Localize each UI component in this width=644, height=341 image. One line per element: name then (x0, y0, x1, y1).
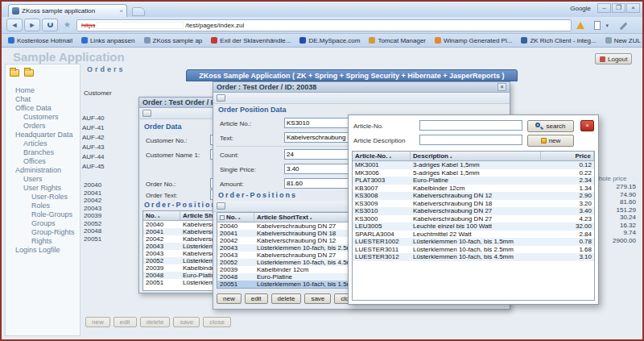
article-row[interactable]: KS3010 Kabelverschraubung DN 27 3.40 (353, 207, 594, 215)
position-row[interactable]: 20048 (84, 227, 116, 235)
new-tab-button[interactable] (132, 7, 145, 16)
article-row[interactable]: LEU3005 Leuchte einzel bis 100 Watt 32.0… (353, 222, 594, 231)
order-window-button[interactable]: new (217, 293, 242, 304)
search-button[interactable]: search (527, 120, 574, 132)
sidebar-item[interactable]: Rights (6, 237, 80, 246)
bookmark-item[interactable]: Kostenlose Hotmail (8, 37, 72, 44)
new-article-button[interactable]: new (527, 135, 574, 147)
article-row[interactable]: LUESTER3012 Lüsterklemmen 10-fach, bis 4… (353, 253, 594, 261)
close-window-button[interactable]: × (626, 3, 640, 13)
article-row[interactable]: PLAT3003 Euro-Platine 2.34 (353, 177, 594, 185)
position-row[interactable]: 20051 (84, 235, 116, 243)
bookmark-star-icon[interactable]: ★ (64, 21, 71, 29)
sidebar-item[interactable]: Customers (6, 113, 80, 122)
sidebar-item[interactable]: Administration (6, 166, 80, 175)
order-row[interactable]: AUF-43 (82, 143, 137, 152)
sidebar-item[interactable]: Role-Groups (6, 210, 80, 219)
article-row[interactable]: LUESTER3011 Lüsterklemmen 10-fach, bis 2… (353, 246, 594, 254)
wrench-icon[interactable] (620, 23, 628, 31)
sidebar-item[interactable]: Groups (6, 219, 80, 228)
bookmark-item[interactable]: ZKoss sample ap (144, 37, 203, 44)
sidebar-item[interactable]: Chat (6, 95, 80, 104)
article-row[interactable]: MK3001 3-adriges Kabel 1,5mm 0.12 (353, 161, 594, 169)
sidebar-item[interactable]: Articles (6, 139, 80, 148)
sidebar-item[interactable]: Group-Rights (6, 228, 80, 237)
order-window-button[interactable]: save (304, 293, 331, 304)
maximize-button[interactable]: ❐ (612, 3, 625, 13)
close-tab-icon[interactable]: × (119, 7, 123, 15)
order-window-button[interactable]: delete (271, 293, 302, 304)
popup-article-no-input[interactable] (419, 120, 522, 131)
article-row[interactable]: KS3000 Kabelverschraubung DN 27 4.23 (353, 215, 594, 223)
search-button-label: search (546, 123, 565, 130)
order-row[interactable]: AUF-45 (82, 162, 137, 172)
bookmark-item[interactable]: DE.MySpace.com (299, 37, 360, 44)
article-row[interactable]: KS3008 Kabelverschraubung DN 12 2.90 (353, 192, 594, 200)
sidebar-item[interactable]: User-Roles (6, 193, 80, 202)
bookmark-item[interactable]: Tomcat Manager (369, 37, 426, 44)
footer-button[interactable]: delete (140, 317, 171, 327)
grid-icon (220, 215, 225, 220)
reload-button[interactable] (42, 19, 58, 31)
close-popup-button[interactable]: × (580, 120, 594, 131)
folder-icon[interactable] (10, 69, 19, 77)
footer-button[interactable]: new (85, 317, 110, 327)
order-row[interactable]: AUF-44 (82, 152, 137, 162)
browser-tab[interactable]: ZKoss sample application × (8, 4, 127, 17)
article-row[interactable]: SPARLA3004 Leuchtmittel 22 Watt 2.84 (353, 231, 594, 239)
address-bar[interactable]: https/test/pages/index.zul (76, 19, 572, 31)
position-row[interactable]: 20052 (84, 220, 116, 228)
order-row[interactable]: AUF-41 (82, 123, 137, 133)
col-price[interactable]: Price (541, 152, 594, 160)
sidebar-item[interactable]: Users (6, 175, 80, 184)
chevron-down-icon[interactable]: ▾ (605, 23, 609, 29)
sidebar-item[interactable]: Roles (6, 202, 80, 210)
position-row[interactable]: 20042 (84, 197, 116, 205)
sidebar-item[interactable]: User Rights (6, 184, 80, 193)
order-window-titlebar[interactable]: Order : Test Order / ID: 20038 × (213, 82, 510, 93)
bookmark-item[interactable]: Exil der Sklavenhändle... (211, 37, 291, 44)
popup-article-desc-input[interactable] (419, 135, 522, 145)
sidebar-item[interactable]: Logins Logfile (6, 246, 80, 255)
sidebar-item[interactable]: Orders (6, 122, 80, 131)
article-row[interactable]: KB3007 Kabelbinder 12cm 1.34 (353, 185, 594, 193)
bookmark-item[interactable]: Winamp Generated Pl... (435, 37, 512, 44)
print-icon[interactable] (217, 202, 225, 210)
position-row[interactable]: 20041 (84, 189, 116, 198)
close-icon[interactable]: × (497, 83, 506, 91)
page-icon[interactable] (594, 21, 601, 30)
customer-name-label: Customer Name 1: (146, 152, 200, 159)
folder-icon[interactable] (24, 69, 34, 77)
print-icon[interactable] (142, 110, 151, 117)
logout-button[interactable]: Logout (595, 53, 632, 64)
footer-button[interactable]: close (203, 317, 231, 327)
footer-button[interactable]: save (173, 317, 200, 327)
position-row[interactable]: 20043 (84, 205, 116, 213)
position-row[interactable]: 20040 (84, 181, 116, 189)
forward-button[interactable]: ► (24, 19, 40, 31)
sidebar-item[interactable]: Branches (6, 148, 80, 157)
order-row[interactable]: AUF-42 (82, 133, 137, 143)
bookmark-item[interactable]: Links anpassen (81, 37, 135, 44)
col-no[interactable]: No.▴ (143, 211, 180, 220)
article-row[interactable]: KS3009 Kabelverschraubung DN 18 3.20 (353, 200, 594, 208)
position-row[interactable]: 20039 (84, 212, 116, 220)
col-description[interactable]: Description▴ (411, 152, 541, 160)
sidebar-item[interactable]: Headquarter Data (6, 131, 80, 139)
bookmark-item[interactable]: New ZUL Title (605, 37, 644, 44)
sidebar-item[interactable]: Office Data (6, 104, 80, 113)
col-no[interactable]: No.▴ (217, 213, 254, 222)
sidebar-item[interactable]: Home (6, 86, 80, 95)
minimize-button[interactable]: – (597, 3, 611, 13)
warning-icon[interactable] (576, 22, 584, 29)
order-row[interactable]: AUF-40 (82, 114, 137, 123)
back-button[interactable]: ◄ (6, 19, 23, 31)
article-row[interactable]: LUESTER1002 Lüsterklemmen 10-fach, bis 1… (353, 238, 594, 246)
order-window-button[interactable]: edit (245, 293, 268, 304)
bookmark-item[interactable]: ZK Rich Client - integ... (521, 37, 596, 44)
footer-button[interactable]: edit (114, 317, 137, 327)
article-row[interactable]: MK3006 5-adriges Kabel 1,5mm 0.22 (353, 169, 594, 177)
col-article-no[interactable]: Article-No.▴ (353, 152, 411, 160)
sidebar-item[interactable]: Offices (6, 157, 80, 166)
print-icon[interactable] (217, 94, 225, 102)
